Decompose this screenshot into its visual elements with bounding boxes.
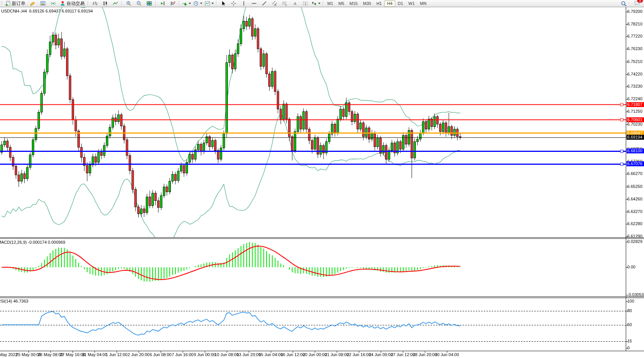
autotrade-button[interactable]: 自动交易 [58, 0, 87, 7]
toolbar-separator [88, 1, 88, 6]
main-chart-canvas[interactable] [0, 0, 644, 358]
new-order-button[interactable]: 新订单 [3, 0, 27, 7]
chart-shift-icon [170, 1, 175, 6]
toolbar-separator [216, 1, 217, 6]
timeframe-m30[interactable]: M30 [360, 0, 374, 7]
auto-scroll-button[interactable] [157, 0, 167, 7]
svg-text:F: F [286, 4, 287, 6]
line-chart-icon [113, 1, 118, 6]
candlestick-chart-icon [103, 1, 108, 6]
template-button[interactable] [204, 0, 215, 7]
chevron-down-icon [189, 3, 191, 4]
mt4-window: 新订单 自动交易 [0, 0, 644, 358]
add-indicator-icon [182, 1, 187, 6]
timeframe-m5[interactable]: M5 [336, 0, 347, 7]
notifications-button[interactable]: 1 [634, 0, 640, 7]
highlighter-button[interactable] [27, 0, 38, 7]
search-icon [621, 1, 627, 6]
bar-chart-icon [92, 1, 98, 6]
vertical-line-tool-button[interactable] [238, 0, 249, 7]
zoom-in-button[interactable] [123, 0, 134, 7]
timeframe-mn[interactable]: MN [417, 0, 429, 7]
timeframe-m15[interactable]: M15 [347, 0, 360, 7]
search-button[interactable] [619, 0, 629, 7]
toolbar-separator [323, 1, 324, 6]
autotrade-label: 自动交易 [66, 0, 85, 7]
fibonacci-icon: F [282, 1, 287, 6]
horizontal-line-icon [251, 1, 257, 6]
channel-tool-button[interactable]: E [269, 0, 279, 7]
timeframe-h4[interactable]: H4 [384, 0, 395, 7]
signal-button[interactable] [48, 0, 58, 7]
timeframe-w1[interactable]: W1 [406, 0, 418, 7]
text-label-tool-button[interactable]: T [300, 0, 310, 7]
autotrade-icon [60, 1, 65, 6]
chevron-down-icon [318, 3, 320, 4]
toolbar-right-group: 1 [619, 0, 644, 7]
periods-clock-button[interactable] [192, 0, 204, 7]
timeframe-h1[interactable]: H1 [374, 0, 384, 7]
toolbar-separator [155, 1, 156, 6]
auto-scroll-icon [160, 1, 165, 6]
svg-text:T: T [304, 2, 306, 6]
chevron-down-icon [212, 3, 214, 4]
add-indicator-button[interactable] [181, 0, 192, 7]
tile-windows-icon [147, 1, 152, 6]
candlestick-chart-button[interactable] [100, 0, 110, 7]
template-icon [205, 1, 210, 6]
chart-window-button[interactable] [38, 0, 48, 7]
crosshair-icon [231, 1, 236, 6]
timeframe-m1[interactable]: M1 [325, 0, 336, 7]
svg-text:A: A [294, 1, 297, 6]
toolbar-grip[interactable] [1, 1, 3, 6]
zoom-out-button[interactable] [134, 0, 144, 7]
timeframe-group: M1M5M15M30H1H4D1W1MN [325, 0, 429, 7]
horizontal-line-tool-button[interactable] [249, 0, 259, 7]
fibonacci-tool-button[interactable]: F [279, 0, 290, 7]
crosshair-tool-button[interactable] [228, 0, 238, 7]
text-label-icon: T [303, 1, 308, 6]
bar-chart-button[interactable] [90, 0, 100, 7]
channel-icon: E [272, 1, 277, 6]
zoom-out-icon [136, 1, 142, 6]
text-tool-button[interactable]: A [290, 0, 300, 7]
cursor-tool-button[interactable] [218, 0, 228, 7]
new-order-label: 新订单 [12, 0, 25, 7]
cursor-icon [221, 1, 226, 6]
trendline-icon [262, 1, 267, 6]
svg-text:E: E [275, 4, 276, 6]
arrow-objects-icon [311, 1, 317, 6]
main-toolbar: 新订单 自动交易 [0, 0, 644, 7]
tile-windows-button[interactable] [144, 0, 154, 7]
signal-icon [51, 1, 56, 6]
toolbar-separator [179, 1, 180, 6]
line-chart-button[interactable] [110, 0, 120, 7]
vertical-line-icon [241, 1, 246, 6]
zoom-in-icon [126, 1, 131, 6]
text-icon: A [292, 1, 298, 6]
new-order-icon [5, 1, 11, 6]
chart-window-icon [40, 1, 46, 6]
toolbar-separator [122, 1, 122, 6]
chevron-down-icon [200, 3, 202, 4]
periods-clock-icon [193, 1, 199, 6]
arrow-objects-button[interactable] [310, 0, 322, 7]
trendline-tool-button[interactable] [259, 0, 269, 7]
chart-shift-button[interactable] [167, 0, 178, 7]
highlighter-icon [30, 1, 35, 6]
notification-badge: 1 [637, 0, 643, 3]
timeframe-d1[interactable]: D1 [395, 0, 406, 7]
